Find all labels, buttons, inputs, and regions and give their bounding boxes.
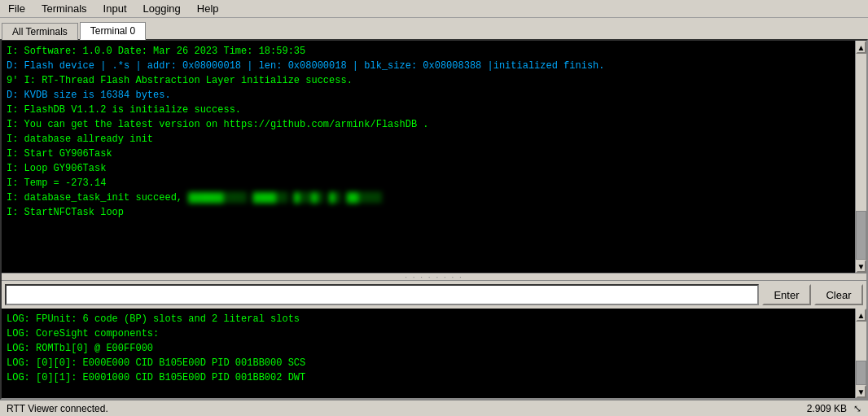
log-line: LOG: [0][1]: E0001000 CID B105E00D PID 0… <box>7 370 861 385</box>
terminal-bottom: LOG: FPUnit: 6 code (BP) slots and 2 lit… <box>2 309 866 398</box>
resize-dots-icon: · · · · · · · · <box>405 273 463 282</box>
log-line-blurred: I: database_task_init succeed, ▓▓▓▓▓▓▒▒▒… <box>7 190 850 205</box>
status-text: RTT Viewer connected. <box>7 403 108 414</box>
log-line: D: Flash device | .*s | addr: 0x08000018… <box>7 59 850 73</box>
log-line: I: StartNFCTask loop <box>7 205 850 220</box>
resize-handle[interactable]: · · · · · · · · <box>2 273 866 281</box>
log-line: I: Loop GY906Task <box>7 161 850 176</box>
log-line: I: database allready init <box>7 132 850 147</box>
tab-all-terminals[interactable]: All Terminals <box>2 23 78 40</box>
scrollbar-top[interactable]: ▲ ▼ <box>855 41 866 273</box>
scrollbar-bottom[interactable]: ▲ ▼ <box>855 309 866 398</box>
log-line: LOG: FPUnit: 6 code (BP) slots and 2 lit… <box>7 312 861 326</box>
log-line: LOG: ROMTbl[0] @ E00FF000 <box>7 341 861 356</box>
menu-bar: File Terminals Input Logging Help <box>0 0 868 18</box>
menu-help[interactable]: Help <box>192 1 224 16</box>
menu-input[interactable]: Input <box>99 1 132 16</box>
log-line: 9' I: RT-Thread Flash Abstraction Layer … <box>7 73 850 88</box>
command-input[interactable] <box>5 284 759 305</box>
log-line: D: KVDB size is 16384 bytes. <box>7 88 850 103</box>
log-line: LOG: [0][0]: E000E000 CID B105E00D PID 0… <box>7 356 861 370</box>
tab-bar: All Terminals Terminal 0 <box>0 18 868 39</box>
menu-file[interactable]: File <box>3 1 30 16</box>
clear-button[interactable]: Clear <box>814 284 863 305</box>
status-right: 2.909 KB ⤡ <box>807 403 861 414</box>
enter-button[interactable]: Enter <box>762 284 811 305</box>
log-line: LOG: CoreSight components: <box>7 326 861 341</box>
status-bar: RTT Viewer connected. 2.909 KB ⤡ <box>0 400 868 416</box>
menu-terminals[interactable]: Terminals <box>37 1 92 16</box>
terminal-bottom-content[interactable]: LOG: FPUnit: 6 code (BP) slots and 2 lit… <box>2 309 866 398</box>
input-row: Enter Clear <box>2 281 866 309</box>
log-line: I: Software: 1.0.0 Date: Mar 26 2023 Tim… <box>7 44 850 59</box>
main-area: I: Software: 1.0.0 Date: Mar 26 2023 Tim… <box>0 39 868 400</box>
tab-terminal-0[interactable]: Terminal 0 <box>80 22 146 40</box>
log-line: I: FlashDB V1.1.2 is initialize success. <box>7 103 850 117</box>
status-icon: ⤡ <box>853 403 861 414</box>
terminal-top: I: Software: 1.0.0 Date: Mar 26 2023 Tim… <box>2 41 866 273</box>
log-line: I: You can get the latest version on htt… <box>7 117 850 132</box>
log-line: I: Temp = -273.14 <box>7 176 850 190</box>
log-line: I: Start GY906Task <box>7 147 850 161</box>
terminal-top-content[interactable]: I: Software: 1.0.0 Date: Mar 26 2023 Tim… <box>2 41 855 273</box>
menu-logging[interactable]: Logging <box>138 1 186 16</box>
status-size: 2.909 KB <box>807 403 847 414</box>
